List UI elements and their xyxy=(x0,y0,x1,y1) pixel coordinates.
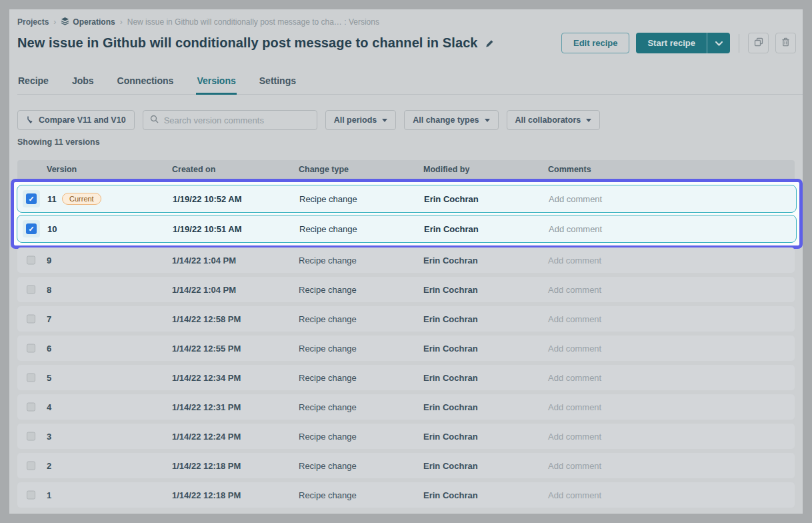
start-recipe-button[interactable]: Start recipe xyxy=(636,33,707,53)
periods-dropdown[interactable]: All periods xyxy=(325,110,397,130)
row-checkbox[interactable] xyxy=(27,462,35,470)
created-on-value: 1/14/22 12:55 PM xyxy=(172,344,241,354)
start-recipe-split-button: Start recipe xyxy=(636,33,730,53)
created-on-value: 1/14/22 1:04 PM xyxy=(172,255,236,266)
edit-recipe-button[interactable]: Edit recipe xyxy=(561,33,629,53)
modified-by-value: Erin Cochran xyxy=(423,314,478,324)
compare-branch-icon xyxy=(26,115,33,125)
start-recipe-dropdown-button[interactable] xyxy=(707,33,730,53)
row-checkbox[interactable] xyxy=(27,286,35,294)
row-checkbox[interactable]: ✓ xyxy=(23,190,40,207)
add-comment-field[interactable]: Add comment xyxy=(548,432,601,442)
filter-bar: Compare V11 and V10 All periods All chan… xyxy=(17,110,600,130)
compare-versions-button[interactable]: Compare V11 and V10 xyxy=(17,110,135,130)
modified-by-value: Erin Cochran xyxy=(423,344,478,354)
current-version-badge: Current xyxy=(62,193,101,205)
periods-dropdown-label: All periods xyxy=(334,115,377,125)
table-row[interactable]: 5 1/14/22 12:34 PM Recipe change Erin Co… xyxy=(17,365,795,390)
add-comment-field[interactable]: Add comment xyxy=(548,402,601,412)
breadcrumb: Projects › Operations › New issue in Git… xyxy=(17,17,379,27)
column-header-comments: Comments xyxy=(548,165,591,174)
breadcrumb-folder-label: Operations xyxy=(73,17,115,27)
created-on-value: 1/14/22 1:04 PM xyxy=(172,285,236,295)
breadcrumb-projects[interactable]: Projects xyxy=(17,17,49,27)
tab-settings[interactable]: Settings xyxy=(259,73,297,95)
created-on-value: 1/14/22 12:31 PM xyxy=(172,402,241,412)
column-header-modified-by: Modified by xyxy=(423,165,469,174)
copy-recipe-button[interactable] xyxy=(748,33,769,53)
change-type-value: Recipe change xyxy=(299,373,357,383)
edit-title-pencil-icon[interactable] xyxy=(485,39,494,48)
version-rows-list: 9 1/14/22 1:04 PM Recipe change Erin Coc… xyxy=(17,247,795,508)
created-on-value: 1/14/22 12:18 PM xyxy=(172,490,241,500)
modified-by-value: Erin Cochran xyxy=(423,461,478,471)
breadcrumb-separator: › xyxy=(120,17,123,27)
row-checkbox[interactable] xyxy=(27,315,35,324)
change-type-value: Recipe change xyxy=(299,402,357,412)
created-on-value: 1/14/22 12:58 PM xyxy=(172,314,241,324)
table-row[interactable]: 4 1/14/22 12:31 PM Recipe change Erin Co… xyxy=(17,394,795,420)
row-checkbox[interactable] xyxy=(27,432,35,441)
breadcrumb-trail: New issue in Github will conditionally p… xyxy=(127,17,379,27)
collaborators-dropdown[interactable]: All collaborators xyxy=(507,110,601,130)
actions-divider xyxy=(739,34,739,53)
tab-connections[interactable]: Connections xyxy=(117,73,175,95)
column-header-change-type: Change type xyxy=(299,165,349,174)
add-comment-field[interactable]: Add comment xyxy=(548,490,601,500)
version-number: 11 xyxy=(47,194,57,204)
search-icon xyxy=(150,114,159,126)
delete-recipe-button[interactable] xyxy=(775,33,796,53)
collaborators-dropdown-label: All collaborators xyxy=(515,115,581,125)
add-comment-field[interactable]: Add comment xyxy=(548,314,601,324)
table-row[interactable]: 8 1/14/22 1:04 PM Recipe change Erin Coc… xyxy=(17,277,795,302)
trash-icon xyxy=(781,37,790,49)
copy-icon xyxy=(754,37,763,49)
checkmark-icon: ✓ xyxy=(26,193,37,204)
table-row[interactable]: 9 1/14/22 1:04 PM Recipe change Erin Coc… xyxy=(17,247,795,273)
change-types-dropdown-label: All change types xyxy=(413,115,479,125)
table-row[interactable]: 6 1/14/22 12:55 PM Recipe change Erin Co… xyxy=(17,336,795,361)
version-number: 3 xyxy=(47,432,51,442)
row-checkbox[interactable] xyxy=(27,344,35,353)
caret-down-icon xyxy=(485,119,490,122)
row-checkbox[interactable] xyxy=(27,403,35,412)
created-on-value: 1/14/22 12:18 PM xyxy=(172,461,241,471)
caret-down-icon xyxy=(586,119,591,122)
version-number: 6 xyxy=(47,344,51,354)
table-row[interactable]: ✓ 10 1/19/22 10:51 AM Recipe change Erin… xyxy=(17,215,797,243)
table-row[interactable]: 7 1/14/22 12:58 PM Recipe change Erin Co… xyxy=(17,306,795,332)
add-comment-field[interactable]: Add comment xyxy=(548,461,601,471)
version-number: 4 xyxy=(47,402,51,412)
breadcrumb-folder[interactable]: Operations xyxy=(61,17,115,27)
chevron-down-icon xyxy=(715,38,723,48)
column-header-created-on: Created on xyxy=(172,165,215,174)
add-comment-field[interactable]: Add comment xyxy=(549,194,602,204)
row-checkbox[interactable]: ✓ xyxy=(23,220,40,237)
search-version-comments-input[interactable] xyxy=(164,115,310,125)
add-comment-field[interactable]: Add comment xyxy=(548,344,601,354)
change-type-value: Recipe change xyxy=(299,255,357,266)
add-comment-field[interactable]: Add comment xyxy=(548,255,601,266)
versions-count-summary: Showing 11 versions xyxy=(17,137,100,147)
tab-recipe[interactable]: Recipe xyxy=(17,73,49,95)
change-types-dropdown[interactable]: All change types xyxy=(404,110,498,130)
modified-by-value: Erin Cochran xyxy=(423,402,478,412)
add-comment-field[interactable]: Add comment xyxy=(548,285,601,295)
change-type-value: Recipe change xyxy=(299,194,357,204)
row-checkbox[interactable] xyxy=(27,491,35,500)
table-row[interactable]: 2 1/14/22 12:18 PM Recipe change Erin Co… xyxy=(17,453,795,478)
table-row[interactable]: 1 1/14/22 12:18 PM Recipe change Erin Co… xyxy=(17,482,795,508)
version-number: 7 xyxy=(47,314,51,324)
created-on-value: 1/14/22 12:24 PM xyxy=(172,432,241,442)
add-comment-field[interactable]: Add comment xyxy=(549,224,602,234)
add-comment-field[interactable]: Add comment xyxy=(548,373,601,383)
page-title: New issue in Github will conditionally p… xyxy=(17,35,478,51)
row-checkbox[interactable] xyxy=(27,374,35,382)
row-checkbox[interactable] xyxy=(27,256,35,265)
selected-versions-spotlight: ✓ 11 Current 1/19/22 10:52 AM Recipe cha… xyxy=(11,179,803,249)
tab-versions[interactable]: Versions xyxy=(196,73,236,95)
table-row[interactable]: ✓ 11 Current 1/19/22 10:52 AM Recipe cha… xyxy=(17,185,797,213)
version-number: 8 xyxy=(47,285,51,295)
tab-jobs[interactable]: Jobs xyxy=(71,73,95,95)
table-row[interactable]: 3 1/14/22 12:24 PM Recipe change Erin Co… xyxy=(17,424,795,449)
